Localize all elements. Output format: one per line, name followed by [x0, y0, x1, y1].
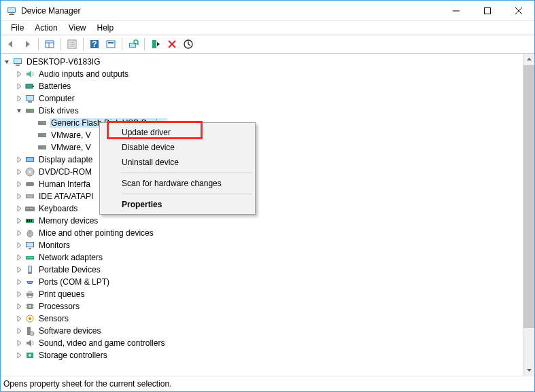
- tree-node-monitors[interactable]: Monitors: [13, 239, 523, 251]
- update-driver-button[interactable]: [181, 37, 196, 52]
- printer-icon: [24, 289, 35, 300]
- svg-rect-8: [46, 41, 54, 48]
- properties-button[interactable]: [65, 37, 80, 52]
- svg-rect-58: [29, 219, 30, 222]
- help-button[interactable]: ?: [87, 37, 102, 52]
- expand-icon[interactable]: [14, 253, 24, 262]
- vertical-scrollbar[interactable]: [523, 54, 534, 376]
- expand-icon[interactable]: [14, 338, 24, 348]
- sensor-icon: [24, 313, 35, 324]
- scroll-track[interactable]: [523, 65, 534, 364]
- ctx-scan-hardware[interactable]: Scan for hardware changes: [101, 176, 254, 191]
- collapse-icon[interactable]: [14, 106, 24, 115]
- root-node[interactable]: DESKTOP-V6183IG: [1, 56, 523, 68]
- tree-node-processors[interactable]: Processors: [13, 300, 523, 313]
- svg-rect-48: [26, 194, 34, 198]
- expand-icon[interactable]: [14, 216, 24, 226]
- tree-node-hid[interactable]: Human Interfa: [13, 178, 523, 190]
- svg-rect-35: [26, 109, 34, 113]
- expand-icon[interactable]: [14, 69, 24, 79]
- expand-icon[interactable]: [14, 204, 24, 213]
- tree-node-sound[interactable]: Sound, video and game controllers: [13, 337, 523, 349]
- tree-node-ports[interactable]: Ports (COM & LPT): [13, 276, 523, 288]
- ctx-uninstall-device[interactable]: Uninstall device: [101, 155, 254, 170]
- tree-node-network[interactable]: Network adapters: [13, 251, 523, 264]
- svg-point-84: [29, 317, 31, 320]
- tree-node-batteries[interactable]: Batteries: [13, 80, 523, 92]
- expand-icon[interactable]: [14, 167, 24, 177]
- close-button[interactable]: [503, 1, 534, 20]
- action-button[interactable]: [103, 37, 118, 52]
- expand-icon[interactable]: [14, 314, 24, 323]
- uninstall-button[interactable]: [165, 37, 179, 52]
- tree-node-ide[interactable]: IDE ATA/ATAPI: [13, 190, 523, 202]
- tree-node-audio[interactable]: Audio inputs and outputs: [13, 68, 523, 80]
- svg-rect-41: [38, 145, 46, 149]
- expand-icon[interactable]: [14, 179, 24, 189]
- menu-help[interactable]: Help: [92, 22, 120, 34]
- minimize-button[interactable]: [441, 1, 472, 20]
- tree-node-keyboards[interactable]: Keyboards: [13, 202, 523, 215]
- ctx-disable-device[interactable]: Disable device: [101, 140, 254, 155]
- expand-icon[interactable]: [14, 302, 24, 311]
- svg-rect-54: [30, 208, 31, 209]
- svg-point-36: [31, 110, 33, 111]
- tree-node-portable[interactable]: Portable Devices: [13, 264, 523, 276]
- tree-node-software[interactable]: Software devices: [13, 325, 523, 337]
- expand-icon[interactable]: [14, 277, 24, 287]
- expand-icon[interactable]: [14, 228, 24, 238]
- tree-node-display[interactable]: Display adapte: [13, 154, 523, 166]
- expand-icon[interactable]: [14, 94, 24, 103]
- expand-icon[interactable]: [14, 155, 24, 164]
- svg-rect-28: [14, 59, 21, 63]
- expand-icon[interactable]: [14, 82, 24, 91]
- tree-node-disk-drives[interactable]: Disk drives: [13, 105, 523, 117]
- scroll-up-button[interactable]: [523, 54, 534, 65]
- expand-icon[interactable]: [14, 351, 24, 360]
- svg-rect-33: [27, 96, 33, 100]
- tree-node-storage[interactable]: Storage controllers: [13, 349, 523, 361]
- hid-icon: [24, 179, 35, 190]
- svg-rect-18: [108, 42, 114, 43]
- status-text: Opens property sheet for the current sel…: [3, 379, 171, 389]
- svg-rect-47: [26, 182, 34, 186]
- svg-point-42: [44, 147, 45, 148]
- tree-node-memory[interactable]: Memory devices: [13, 215, 523, 227]
- tree-node-computer[interactable]: Computer: [13, 92, 523, 105]
- enable-button[interactable]: [148, 37, 163, 52]
- svg-point-46: [29, 171, 31, 173]
- svg-rect-52: [27, 208, 28, 209]
- ctx-update-driver[interactable]: Update driver: [101, 125, 254, 140]
- tree-node-sensors[interactable]: Sensors: [13, 313, 523, 325]
- svg-point-72: [29, 282, 31, 283]
- scroll-thumb[interactable]: [523, 65, 534, 328]
- maximize-button[interactable]: [472, 1, 503, 20]
- tree-node-mice[interactable]: Mice and other pointing devices: [13, 227, 523, 239]
- show-hide-button[interactable]: [42, 37, 57, 52]
- tree-node-dvd[interactable]: DVD/CD-ROM: [13, 166, 523, 178]
- audio-icon: [24, 69, 35, 79]
- menu-view[interactable]: View: [63, 22, 92, 34]
- expand-icon[interactable]: [14, 326, 24, 336]
- toolbar: ?: [1, 35, 534, 54]
- scroll-down-button[interactable]: [523, 364, 534, 376]
- cpu-icon: [24, 301, 35, 312]
- menu-file[interactable]: File: [5, 22, 29, 34]
- root-label: DESKTOP-V6183IG: [25, 57, 102, 67]
- device-tree[interactable]: DESKTOP-V6183IG Audio inputs and outputs…: [1, 54, 523, 376]
- expand-icon[interactable]: [14, 192, 24, 201]
- tree-node-print[interactable]: Print queues: [13, 288, 523, 300]
- menubar: File Action View Help: [1, 21, 534, 35]
- menu-action[interactable]: Action: [29, 22, 63, 34]
- ctx-properties[interactable]: Properties: [101, 197, 254, 212]
- collapse-icon[interactable]: [2, 57, 12, 67]
- svg-rect-37: [38, 121, 46, 125]
- expand-icon[interactable]: [14, 265, 24, 274]
- svg-rect-68: [31, 257, 33, 258]
- expand-icon[interactable]: [14, 289, 24, 299]
- scan-hardware-button[interactable]: [126, 37, 141, 52]
- back-button[interactable]: [3, 37, 18, 52]
- forward-button[interactable]: [20, 37, 35, 52]
- svg-rect-3: [9, 14, 14, 15]
- expand-icon[interactable]: [14, 240, 24, 250]
